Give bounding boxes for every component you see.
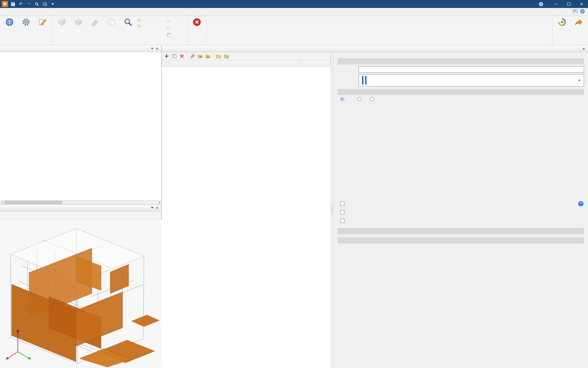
referencia-column-header[interactable] [168, 60, 300, 66]
wall-layers-icon [362, 76, 367, 85]
cube-icon [74, 17, 83, 27]
zoom-icon[interactable] [34, 1, 40, 7]
maximize-button[interactable] [562, 0, 575, 8]
radio-parede-generica[interactable] [357, 97, 363, 101]
checkbox-icon[interactable] [340, 210, 345, 214]
radio-caracterizacao[interactable] [340, 97, 346, 101]
elements-list-pane [162, 52, 331, 368]
tipo-dropdown[interactable] [359, 74, 584, 86]
radio-icon [357, 97, 361, 101]
duplicate-button[interactable] [171, 53, 178, 59]
error-icon [192, 17, 202, 27]
ribbon-group-erros [187, 16, 207, 45]
import-folder-button[interactable] [197, 53, 204, 59]
section-dados [337, 58, 584, 64]
copiar-button[interactable] [166, 25, 185, 31]
group-label [52, 40, 187, 45]
scroll-right-icon[interactable] [157, 201, 161, 204]
pencil-edit-icon [38, 17, 47, 27]
workspace-layout-icon[interactable] [573, 9, 578, 15]
scrollbar-thumb[interactable] [4, 201, 62, 204]
cube-plus-icon [57, 17, 66, 27]
radio-parede-por-camada[interactable] [370, 97, 376, 101]
application-window [0, 0, 588, 368]
checkbox-row-revestimento-exterior[interactable] [340, 217, 584, 225]
actualizar-button[interactable] [554, 17, 570, 39]
gear-icon [21, 17, 31, 27]
library-open-button[interactable] [215, 53, 222, 59]
section-coef-interior [337, 228, 584, 234]
clean-button[interactable] [189, 53, 196, 59]
model-view-icon[interactable] [42, 1, 48, 7]
help-icon[interactable] [578, 201, 583, 206]
projecto-panel [0, 45, 161, 205]
checkbox-row-pano-interior[interactable] [340, 199, 584, 208]
panel-close-icon[interactable] [581, 46, 586, 51]
radio-icon [370, 97, 374, 101]
undo-icon[interactable] [18, 1, 24, 7]
mover-baixo-button[interactable] [137, 24, 165, 28]
library-save-button[interactable] [223, 53, 230, 59]
arrow-up-icon [137, 18, 141, 22]
section-elemento-base [337, 89, 584, 95]
save-icon[interactable] [10, 1, 16, 7]
panel-collapse-icon[interactable] [150, 46, 155, 51]
procurar-button[interactable] [120, 17, 136, 39]
paste-icon [166, 33, 171, 37]
panel-close-icon[interactable] [155, 205, 160, 210]
checkbox-icon[interactable] [340, 219, 345, 223]
left-column [0, 45, 162, 368]
cortar-button[interactable] [166, 18, 185, 24]
partilhar-button[interactable] [570, 17, 587, 39]
colar-button[interactable] [166, 32, 185, 38]
panel-splitter[interactable] [331, 52, 334, 368]
em-utilizacao-column-header[interactable] [300, 60, 331, 66]
mover-cima-button[interactable] [137, 18, 165, 22]
3d-viewport[interactable] [0, 219, 161, 368]
titlebar [0, 0, 588, 8]
redo-icon[interactable] [26, 1, 32, 7]
ribbon-group-unidades [52, 16, 187, 45]
ribbon [0, 16, 588, 45]
share-arrow-icon [574, 17, 583, 27]
section-coef-exterior [337, 237, 584, 243]
apagar-button[interactable] [87, 17, 103, 39]
login-button[interactable] [534, 2, 549, 6]
arrow-down-icon [137, 24, 141, 28]
tree-horizontal-scrollbar[interactable] [0, 200, 161, 204]
eraser-icon [90, 17, 100, 27]
parametros-gerais-button[interactable] [18, 17, 34, 39]
erros-edicao-button[interactable] [189, 17, 205, 39]
dados-region [162, 45, 588, 368]
referencia-input[interactable] [359, 66, 584, 73]
user-globe-icon [539, 2, 543, 6]
project-tree [0, 52, 161, 200]
checkbox-icon[interactable] [340, 201, 345, 206]
scroll-left-icon[interactable] [0, 201, 4, 204]
app-logo-icon[interactable] [2, 1, 8, 7]
nova-unidade-button[interactable] [54, 17, 70, 39]
sync-icon [557, 17, 567, 27]
panel-collapse-icon[interactable] [150, 205, 155, 210]
qat-menu-caret-icon[interactable] [50, 1, 56, 7]
copy-icon [166, 26, 171, 30]
delete-button[interactable] [179, 53, 185, 59]
panel-close-icon[interactable] [155, 46, 160, 51]
duplicate-icon [107, 17, 116, 27]
duplicar-button[interactable] [103, 17, 120, 39]
scissors-icon [166, 19, 171, 23]
base-element-radios [340, 97, 584, 101]
edicao-multipla-button[interactable] [34, 17, 51, 39]
export-folder-button[interactable] [205, 53, 211, 59]
group-label [0, 40, 52, 45]
novo-compartimento-button[interactable] [70, 17, 87, 39]
norma-button[interactable] [1, 17, 18, 39]
close-button[interactable] [575, 0, 588, 8]
row-number-header [162, 60, 168, 66]
add-button[interactable] [163, 53, 170, 59]
checkbox-row-revestimento-interior[interactable] [340, 208, 584, 217]
minimize-button[interactable] [549, 0, 562, 8]
list-toolbar [162, 52, 331, 60]
group-label [187, 40, 206, 45]
online-help-globe-icon[interactable] [580, 9, 585, 15]
